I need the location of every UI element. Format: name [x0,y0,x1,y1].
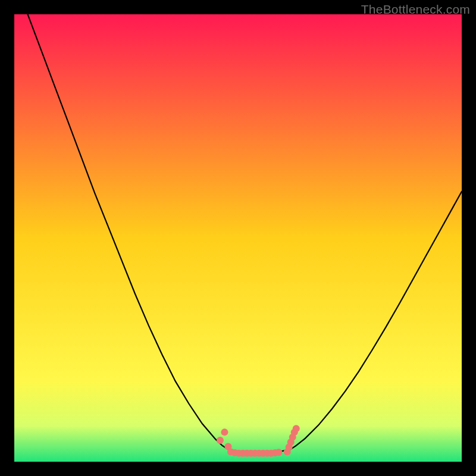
gradient-background [14,14,462,462]
left-marker-2 [221,428,228,436]
watermark-text: TheBottleneck.com [361,2,470,17]
right-marker-6 [293,425,300,432]
left-marker-16 [275,449,282,456]
bottleneck-chart [14,14,462,462]
chart-frame [14,14,462,462]
left-marker-1 [217,437,224,444]
